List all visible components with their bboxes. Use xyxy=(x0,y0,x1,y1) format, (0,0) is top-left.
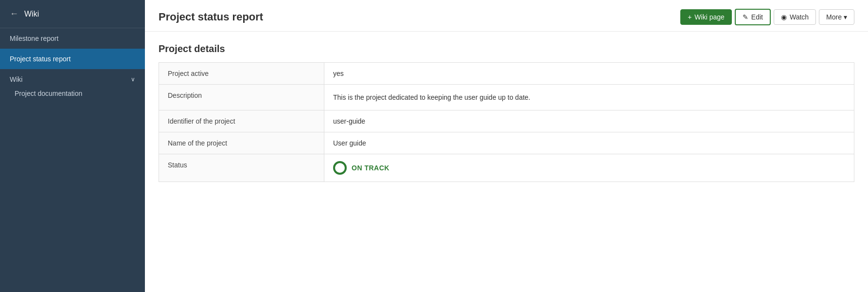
row-label: Identifier of the project xyxy=(159,110,324,132)
wiki-page-label: Wiki page xyxy=(694,13,724,21)
details-table: Project active yes Description This is t… xyxy=(159,62,854,182)
sidebar-navigation: Milestone report Project status report W… xyxy=(0,28,145,97)
table-row: Name of the project User guide xyxy=(159,132,854,154)
back-icon: ← xyxy=(10,9,18,18)
row-value: User guide xyxy=(324,132,854,154)
status-cell: ON TRACK xyxy=(333,161,845,175)
content-area: Project details Project active yes Descr… xyxy=(145,32,868,194)
main-content: Project status report + Wiki page ✎ Edit… xyxy=(145,0,868,292)
row-value: yes xyxy=(324,63,854,85)
sidebar-item-milestone-report[interactable]: Milestone report xyxy=(0,28,145,49)
sidebar-wiki-label: Wiki xyxy=(10,75,22,83)
row-value-description: This is the project dedicated to keeping… xyxy=(324,85,854,110)
eye-icon: ◉ xyxy=(781,13,787,21)
table-row: Status ON TRACK xyxy=(159,154,854,182)
watch-button[interactable]: ◉ Watch xyxy=(774,9,816,25)
sidebar-item-project-status-report[interactable]: Project status report xyxy=(0,49,145,69)
header-actions: + Wiki page ✎ Edit ◉ Watch More ▾ xyxy=(680,9,854,25)
row-value-status: ON TRACK xyxy=(324,154,854,182)
main-header: Project status report + Wiki page ✎ Edit… xyxy=(145,0,868,32)
row-label: Project active xyxy=(159,63,324,85)
status-text: ON TRACK xyxy=(352,164,390,172)
status-circle-icon xyxy=(333,161,347,175)
section-title: Project details xyxy=(159,43,854,55)
table-row: Description This is the project dedicate… xyxy=(159,85,854,110)
row-label: Description xyxy=(159,85,324,110)
row-value: user-guide xyxy=(324,110,854,132)
table-row: Project active yes xyxy=(159,63,854,85)
plus-icon: + xyxy=(688,13,691,21)
sidebar-title: Wiki xyxy=(24,10,39,18)
row-label: Status xyxy=(159,154,324,182)
sidebar-wiki-subsection: Project documentation xyxy=(0,90,145,97)
more-label: More xyxy=(826,13,842,21)
sidebar: ← Wiki Milestone report Project status r… xyxy=(0,0,145,292)
sidebar-header: ← Wiki xyxy=(0,0,145,28)
edit-button[interactable]: ✎ Edit xyxy=(735,9,771,25)
watch-label: Watch xyxy=(790,13,809,21)
dropdown-arrow-icon: ▾ xyxy=(844,13,847,21)
edit-label: Edit xyxy=(751,13,763,21)
pencil-icon: ✎ xyxy=(743,13,748,21)
row-label: Name of the project xyxy=(159,132,324,154)
wiki-page-button[interactable]: + Wiki page xyxy=(680,9,732,25)
back-button[interactable]: ← xyxy=(10,9,18,19)
sidebar-item-project-documentation[interactable]: Project documentation xyxy=(0,83,92,104)
more-button[interactable]: More ▾ xyxy=(819,9,854,25)
page-title: Project status report xyxy=(159,11,263,23)
table-row: Identifier of the project user-guide xyxy=(159,110,854,132)
chevron-down-icon: ∨ xyxy=(131,76,135,83)
